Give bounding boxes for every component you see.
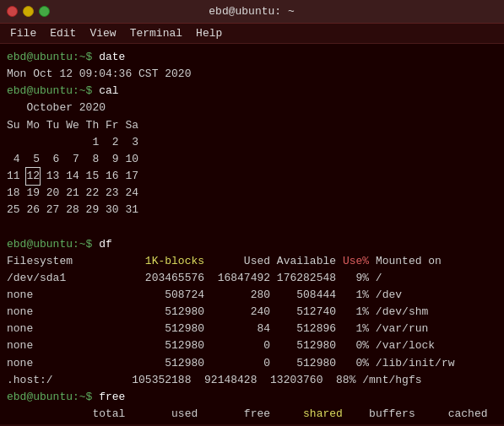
menu-edit[interactable]: Edit (45, 26, 81, 40)
terminal-content: ebd@ubuntu:~$ date Mon Oct 12 09:04:36 C… (7, 49, 497, 424)
menu-view[interactable]: View (84, 26, 121, 40)
close-button[interactable] (7, 6, 18, 17)
menubar: File Edit View Terminal Help (0, 24, 504, 44)
menu-terminal[interactable]: Terminal (125, 26, 187, 40)
menu-help[interactable]: Help (191, 26, 227, 40)
terminal-area[interactable]: ebd@ubuntu:~$ date Mon Oct 12 09:04:36 C… (0, 44, 504, 424)
maximize-button[interactable] (39, 6, 50, 17)
window-title: ebd@ubuntu: ~ (57, 5, 447, 18)
minimize-button[interactable] (23, 6, 34, 17)
titlebar: ebd@ubuntu: ~ (0, 0, 504, 24)
menu-file[interactable]: File (5, 26, 41, 40)
